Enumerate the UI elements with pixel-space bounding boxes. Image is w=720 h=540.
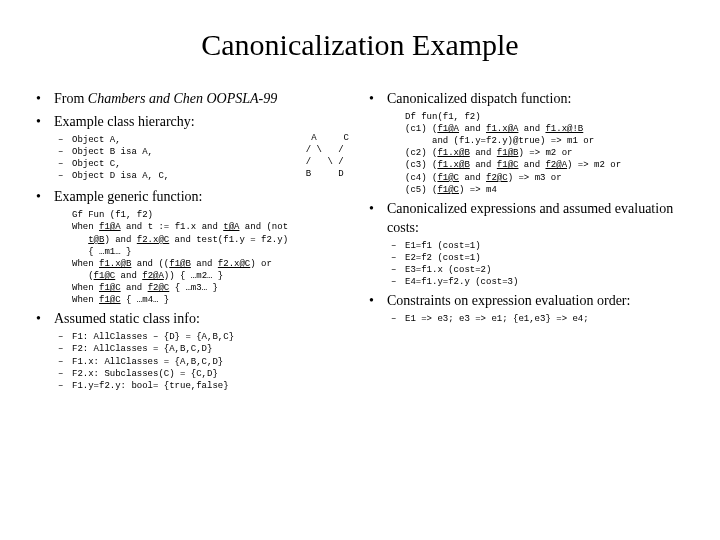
- bullet-dispatch-fn: Canonicalized dispatch function: Df fun(…: [369, 90, 684, 196]
- static-info-item: F1.x: AllClasses = {A,B,C,D}: [54, 356, 351, 368]
- static-info-item: F2.x: Subclasses(C) = {C,D}: [54, 368, 351, 380]
- static-info-item: F1.y=f2.y: bool= {true,false}: [54, 380, 351, 392]
- bullet-hierarchy-label: Example class hierarchy:: [54, 114, 195, 129]
- static-info-item: F2: AllClasses = {A,B,C,D}: [54, 343, 351, 355]
- hierarchy-diagram: A C / \ / / \ / B D: [300, 132, 351, 181]
- static-info-item: F1: AllClasses – {D} = {A,B,C}: [54, 331, 351, 343]
- bullet-dispatch-fn-label: Canonicalized dispatch function:: [387, 91, 571, 106]
- bullet-static-info: Assumed static class info: F1: AllClasse…: [36, 310, 351, 392]
- costs-list: E1=f1 (cost=1) E2=f2 (cost=1) E3=f1.x (c…: [387, 240, 684, 289]
- hierarchy-item: Object A,: [54, 134, 300, 146]
- static-info-list: F1: AllClasses – {D} = {A,B,C} F2: AllCl…: [54, 331, 351, 392]
- bullet-order-label: Constraints on expression evaluation ord…: [387, 293, 630, 308]
- costs-item: E4=f1.y=f2.y (cost=3): [387, 276, 684, 288]
- hierarchy-item: Object C,: [54, 158, 300, 170]
- slide-title: Canonicalization Example: [36, 28, 684, 62]
- bullet-order: Constraints on expression evaluation ord…: [369, 292, 684, 325]
- bullet-costs-label: Canonicalized expressions and assumed ev…: [387, 201, 673, 235]
- bullet-source-prefix: From: [54, 91, 88, 106]
- right-column: Canonicalized dispatch function: Df fun(…: [369, 90, 684, 396]
- bullet-static-info-label: Assumed static class info:: [54, 311, 200, 326]
- bullet-source: From Chambers and Chen OOPSLA-99: [36, 90, 351, 109]
- costs-item: E3=f1.x (cost=2): [387, 264, 684, 276]
- costs-item: E2=f2 (cost=1): [387, 252, 684, 264]
- bullet-generic-fn: Example generic function: Gf Fun (f1, f2…: [36, 188, 351, 306]
- left-column: From Chambers and Chen OOPSLA-99 Example…: [36, 90, 351, 396]
- order-list: E1 => e3; e3 => e1; {e1,e3} => e4;: [387, 313, 684, 325]
- generic-fn-code: Gf Fun (f1, f2) When f1@A and t := f1.x …: [72, 209, 351, 306]
- order-item: E1 => e3; e3 => e1; {e1,e3} => e4;: [387, 313, 684, 325]
- bullet-generic-fn-label: Example generic function:: [54, 189, 203, 204]
- hierarchy-list: Object A, Object B isa A, Object C, Obje…: [54, 134, 300, 183]
- hierarchy-item: Object B isa A,: [54, 146, 300, 158]
- bullet-hierarchy: Example class hierarchy: Object A, Objec…: [36, 113, 351, 184]
- dispatch-fn-code: Df fun(f1, f2) (c1) (f1@A and f1.x@A and…: [405, 111, 684, 196]
- hierarchy-item: Object D isa A, C,: [54, 170, 300, 182]
- costs-item: E1=f1 (cost=1): [387, 240, 684, 252]
- bullet-source-ref: Chambers and Chen OOPSLA-99: [88, 91, 277, 106]
- bullet-costs: Canonicalized expressions and assumed ev…: [369, 200, 684, 288]
